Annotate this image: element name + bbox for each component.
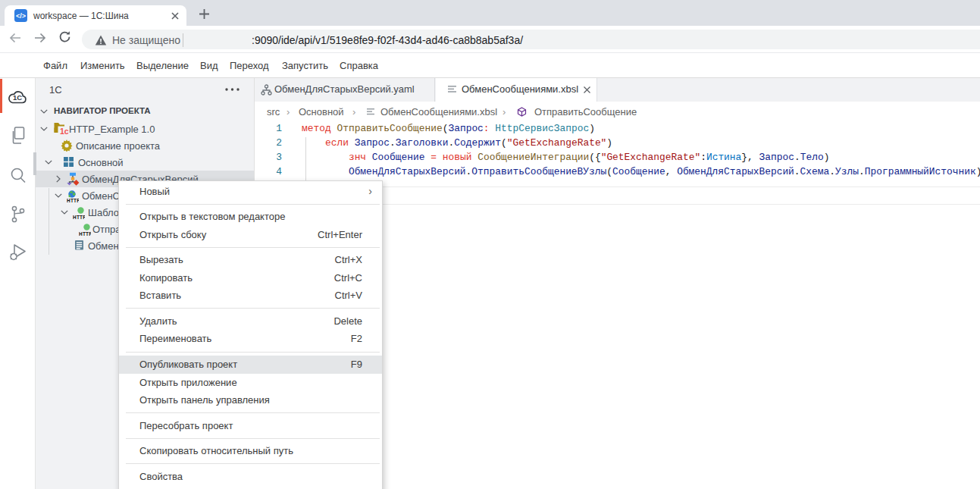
svg-text:1с: 1с	[60, 127, 69, 136]
svg-text:1C: 1C	[13, 93, 22, 102]
svg-text:</>: </>	[16, 12, 26, 20]
svg-text:HTTP: HTTP	[79, 231, 91, 237]
svg-text:HTTP: HTTP	[73, 215, 85, 220]
svg-text:HTTP: HTTP	[67, 198, 79, 203]
